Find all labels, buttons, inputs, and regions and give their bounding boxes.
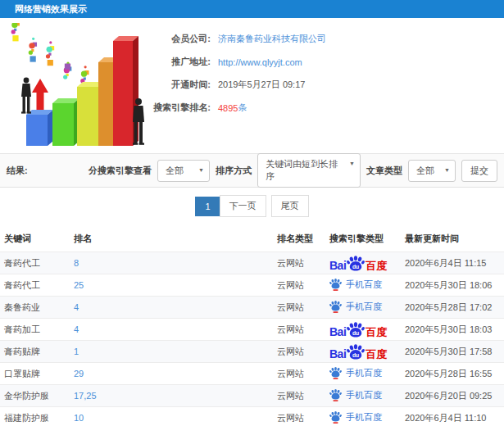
mobile-baidu-label: 手机百度 <box>346 301 382 313</box>
page-1-button[interactable]: 1 <box>195 197 220 216</box>
baidu-cn-text: 百度 <box>366 327 387 338</box>
engine-cell: Bai du 百度 <box>325 341 401 363</box>
bar-blue <box>26 110 53 146</box>
updated-cell: 2020年6月4日 11:15 <box>401 252 504 274</box>
info-row-company: 会员公司: 济南秦鲁药业科技有限公司 <box>148 28 504 50</box>
company-label: 会员公司: <box>148 33 218 45</box>
rank-cell: 10 <box>70 407 273 426</box>
engine-select[interactable]: 全部 <box>157 160 210 182</box>
table-row: 秦鲁药业4云网站 手机百度 2020年5月28日 17:02 <box>0 297 504 319</box>
company-link[interactable]: 济南秦鲁药业科技有限公司 <box>218 33 326 45</box>
rank-link[interactable]: 1 <box>74 347 79 356</box>
result-label: 结果: <box>7 165 28 177</box>
svg-text:du: du <box>352 329 359 335</box>
next-page-button[interactable]: 下一页 <box>220 195 266 217</box>
table-row: 膏药代工8云网站 Bai du 百度 2020年6月4日 11:15 <box>0 252 504 274</box>
keyword-cell: 金华防护服 <box>0 385 70 407</box>
keyword-cell: 膏药加工 <box>0 319 70 341</box>
header-rank: 排名 <box>70 225 273 252</box>
baidu-logo: Bai du 百度 <box>329 322 387 338</box>
url-label: 推广地址: <box>148 56 218 68</box>
ranking-count: 4895 <box>218 103 238 113</box>
baidu-logo: Bai du 百度 <box>329 344 387 360</box>
rank-type-cell: 云网站 <box>273 363 325 385</box>
header-keyword: 关键词 <box>0 225 70 252</box>
header-rank-type: 排名类型 <box>273 225 325 252</box>
svg-text:du: du <box>352 351 359 357</box>
rank-type-cell: 云网站 <box>273 297 325 319</box>
mobile-baidu-logo: 手机百度 <box>329 301 382 313</box>
results-table-body: 膏药代工8云网站 Bai du 百度 2020年6月4日 11:15膏药代工25… <box>0 252 504 426</box>
mobile-baidu-paw-icon <box>329 389 342 401</box>
rank-link[interactable]: 8 <box>74 258 79 268</box>
engine-cell: Bai du 百度 <box>325 319 401 341</box>
baidu-cn-text: 百度 <box>366 261 387 271</box>
article-type-label: 文章类型 <box>366 165 402 177</box>
keyword-cell: 膏药贴牌 <box>0 341 70 363</box>
sort-filter-label: 排序方式 <box>216 165 252 177</box>
engine-cell: 手机百度 <box>325 385 401 407</box>
up-arrow <box>32 79 48 110</box>
mobile-baidu-label: 手机百度 <box>346 411 382 424</box>
keyword-cell: 秦鲁药业 <box>0 297 70 319</box>
filter-controls: 分搜索引擎查看 全部 排序方式 关键词由短到长排序 文章类型 全部 提交 <box>89 153 497 188</box>
engine-cell: 手机百度 <box>325 363 401 385</box>
rank-link[interactable]: 4 <box>74 324 79 334</box>
rank-cell: 17,25 <box>70 385 273 407</box>
rank-type-cell: 云网站 <box>273 274 325 297</box>
last-page-button[interactable]: 尾页 <box>271 195 309 217</box>
table-row: 金华防护服17,25云网站 手机百度 2020年6月20日 09:25 <box>0 385 504 407</box>
mobile-baidu-logo: 手机百度 <box>329 389 382 401</box>
mobile-baidu-paw-icon <box>329 367 342 379</box>
rank-link[interactable]: 10 <box>74 413 84 423</box>
keyword-cell: 口罩贴牌 <box>0 363 70 385</box>
rank-cell: 1 <box>70 341 273 363</box>
updated-cell: 2020年5月30日 18:06 <box>401 274 504 297</box>
baidu-cn-text: 百度 <box>366 349 387 360</box>
header-updated: 最新更新时间 <box>401 225 504 252</box>
rank-link[interactable]: 4 <box>74 302 79 312</box>
table-row: 福建防护服10云网站 手机百度 2020年6月4日 11:10 <box>0 407 504 426</box>
engine-cell: 手机百度 <box>325 297 401 319</box>
open-time-value: 2019年5月27日 09:17 <box>218 79 305 91</box>
engine-filter-label: 分搜索引擎查看 <box>89 165 152 177</box>
filter-bar: 结果: 分搜索引擎查看 全部 排序方式 关键词由短到长排序 文章类型 全部 提交 <box>0 154 504 188</box>
info-row-ranking: 搜索引擎排名: 4895 条 <box>148 97 504 119</box>
svg-text:du: du <box>352 263 359 269</box>
mobile-baidu-label: 手机百度 <box>346 389 382 401</box>
promotion-url-link[interactable]: http://www.qlyyjt.com <box>218 57 302 67</box>
rank-cell: 4 <box>70 297 273 319</box>
baidu-paw-icon: du <box>347 256 365 271</box>
table-row: 膏药加工4云网站 Bai du 百度 2020年5月30日 18:03 <box>0 319 504 341</box>
keyword-cell: 膏药代工 <box>0 252 70 274</box>
header-engine-type: 搜索引擎类型 <box>325 225 401 252</box>
open-time-label: 开通时间: <box>148 79 218 91</box>
sort-select[interactable]: 关键词由短到长排序 <box>257 153 361 188</box>
baidu-paw-icon: du <box>347 322 365 338</box>
rank-cell: 25 <box>70 274 273 297</box>
article-type-select[interactable]: 全部 <box>408 160 456 182</box>
keyword-cell: 福建防护服 <box>0 407 70 426</box>
ranking-unit: 条 <box>238 102 247 114</box>
pagination: 1 下一页 尾页 <box>0 188 504 225</box>
rank-link[interactable]: 29 <box>74 369 84 378</box>
submit-button[interactable]: 提交 <box>461 160 497 182</box>
table-row: 膏药贴牌1云网站 Bai du 百度 2020年5月30日 17:58 <box>0 341 504 363</box>
rank-link[interactable]: 17,25 <box>74 391 97 401</box>
baidu-bai-text: Bai <box>329 326 346 338</box>
updated-cell: 2020年5月30日 18:03 <box>401 319 504 341</box>
member-info: 会员公司: 济南秦鲁药业科技有限公司 推广地址: http://www.qlyy… <box>148 23 504 153</box>
rank-cell: 4 <box>70 319 273 341</box>
info-row-open-time: 开通时间: 2019年5月27日 09:17 <box>148 74 504 96</box>
rank-link[interactable]: 25 <box>74 280 84 290</box>
rank-cell: 8 <box>70 252 273 274</box>
rank-type-cell: 云网站 <box>273 341 325 363</box>
bar-chart-clipart <box>2 23 148 152</box>
rank-type-cell: 云网站 <box>273 319 325 341</box>
person-left <box>21 78 31 114</box>
engine-cell: 手机百度 <box>325 274 401 297</box>
rank-type-cell: 云网站 <box>273 385 325 407</box>
mobile-baidu-paw-icon <box>329 279 342 291</box>
mobile-baidu-logo: 手机百度 <box>329 411 382 424</box>
page: 网络营销效果展示 <box>0 0 504 426</box>
